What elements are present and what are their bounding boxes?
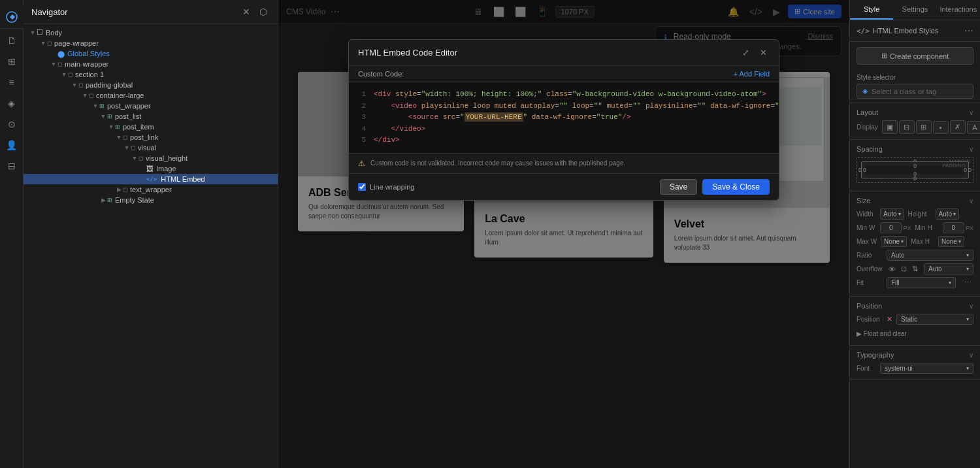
tree-toggle-post-wrapper[interactable]: ▼: [91, 103, 99, 109]
padding-left-val[interactable]: 0: [863, 167, 866, 173]
pages-icon[interactable]: 🗋: [3, 31, 21, 50]
tree-item-page-wrapper[interactable]: ▼ ◻ page-wrapper: [24, 38, 278, 48]
embed-styles-more-btn[interactable]: ⋯: [964, 25, 973, 36]
typography-header: Typography ∨: [857, 351, 973, 359]
max-w-caret: ▾: [901, 239, 904, 244]
tree-toggle-section1[interactable]: ▼: [60, 71, 68, 78]
padding-top-val[interactable]: 0: [913, 163, 917, 169]
font-dropdown[interactable]: system-ui ▾: [880, 363, 973, 374]
display-grid-btn[interactable]: ⊞: [916, 120, 932, 134]
display-block-btn[interactable]: ▣: [882, 120, 898, 134]
float-clear-btn[interactable]: ▶ Float and clear: [857, 327, 907, 340]
apps-icon[interactable]: ⊟: [3, 157, 21, 175]
tree-item-post-link[interactable]: ▼ ◻ post_link: [24, 132, 278, 142]
tree-toggle-page-wrapper[interactable]: ▼: [39, 40, 47, 46]
display-none-btn[interactable]: ✗: [950, 120, 966, 134]
tree-icon-global-styles: ⬤: [57, 50, 65, 58]
tree-toggle-text-wrapper[interactable]: ▶: [115, 186, 123, 193]
tree-toggle-visual-height[interactable]: ▼: [131, 155, 139, 161]
save-btn[interactable]: Save: [660, 179, 697, 195]
tree-item-visual[interactable]: ▼ ◻ visual: [24, 142, 278, 153]
ecommerce-icon[interactable]: ⊙: [3, 115, 21, 133]
modal-close-btn[interactable]: ✕: [757, 46, 770, 59]
size-section: Size ∨ Width Auto ▾ Height Auto ▾ Min W …: [850, 192, 980, 297]
users-icon[interactable]: 👤: [3, 136, 21, 154]
tree-toggle-body[interactable]: ▼: [29, 29, 37, 36]
overflow-scroll-btn[interactable]: ⇅: [910, 263, 920, 275]
max-h-dropdown[interactable]: None ▾: [938, 236, 964, 247]
overflow-dropdown[interactable]: Auto ▾: [924, 263, 973, 275]
tree-toggle-container-large[interactable]: ▼: [81, 92, 89, 99]
line-wrap-checkbox[interactable]: [358, 183, 366, 191]
min-h-val[interactable]: 0: [943, 222, 964, 233]
add-field-btn[interactable]: + Add Field: [734, 70, 770, 78]
padding-right-val[interactable]: 0: [964, 167, 967, 173]
navigator-close-btn[interactable]: ✕: [240, 5, 253, 18]
display-flex-btn[interactable]: ⊟: [899, 120, 915, 134]
tree-item-post-list[interactable]: ▼ ⊞ post_list: [24, 111, 278, 122]
tree-item-post-wrapper[interactable]: ▼ ⊞ post_wrapper: [24, 101, 278, 111]
tab-settings[interactable]: Settings: [893, 0, 936, 20]
modal-overlay: HTML Embed Code Editor ⤢ ✕ Custom Code: …: [278, 0, 849, 468]
fit-more-btn[interactable]: ⋯: [962, 277, 973, 288]
tree-item-html-embed[interactable]: ▶ </> HTML Embed: [24, 174, 278, 184]
display-inline-btn[interactable]: ▪: [933, 121, 949, 134]
save-close-btn[interactable]: Save & Close: [702, 179, 770, 195]
typography-title: Typography: [857, 351, 894, 359]
create-component-btn[interactable]: ⊞ Create component: [857, 47, 973, 65]
width-dropdown[interactable]: Auto ▾: [880, 209, 904, 220]
modal-expand-btn[interactable]: ⤢: [740, 46, 752, 59]
display-more1-btn[interactable]: A: [967, 121, 980, 134]
cms-icon[interactable]: ◈: [3, 94, 21, 112]
margin-bottom-val[interactable]: 0: [913, 175, 917, 182]
tree-item-body[interactable]: ▼ ☐ Body: [24, 27, 278, 38]
components-icon[interactable]: ⊞: [3, 52, 21, 71]
tab-style[interactable]: Style: [850, 0, 893, 20]
create-component-label: Create component: [890, 52, 949, 60]
tree-item-image[interactable]: ▶ 🖼 Image ↑: [24, 163, 278, 174]
tree-item-empty-state[interactable]: ▶ ⊞ Empty State: [24, 195, 278, 205]
tree-icon-padding-global: ◻: [78, 82, 83, 88]
app-logo[interactable]: [0, 5, 24, 29]
font-label: Font: [857, 365, 876, 372]
line-wrap-label[interactable]: Line wrapping: [358, 183, 415, 191]
tree-item-padding-global[interactable]: ▼ ◻ padding-global: [24, 80, 278, 90]
navigator-actions: ✕ ⬡: [240, 5, 270, 18]
tree-toggle-post-link[interactable]: ▼: [115, 134, 123, 141]
ratio-dropdown[interactable]: Auto ▾: [887, 250, 973, 261]
tree-toggle-empty-state[interactable]: ▶: [99, 197, 107, 203]
embed-styles-icon: </>: [857, 27, 870, 35]
tree-toggle-main-wrapper[interactable]: ▼: [50, 61, 57, 67]
tree-label-page-wrapper: page-wrapper: [54, 39, 99, 47]
overflow-visible-btn[interactable]: 👁: [887, 263, 898, 275]
tab-interactions[interactable]: Interactions: [937, 0, 980, 20]
margin-box: MARGIN 0 0 0 PADDING 0 0 0 0 0: [857, 157, 973, 183]
height-dropdown[interactable]: Auto ▾: [936, 209, 960, 220]
tree-item-global-styles[interactable]: ▶ ⬤ Global Styles: [24, 48, 278, 59]
tree-icon-container-large: ◻: [89, 92, 93, 99]
tree-item-section1[interactable]: ▼ ◻ section 1: [24, 69, 278, 80]
tree-icon-page-wrapper: ◻: [47, 40, 52, 46]
modal-warning: ⚠ Custom code is not validated. Incorrec…: [349, 153, 779, 173]
min-w-val[interactable]: 0: [880, 222, 902, 233]
code-editor[interactable]: 1 <div style="width: 100%; height: 100%;…: [349, 82, 779, 153]
tree-toggle-visual[interactable]: ▼: [123, 144, 131, 151]
tree-item-container-large[interactable]: ▼ ◻ container-large: [24, 90, 278, 101]
style-selector-input[interactable]: ◈ Select a class or tag: [857, 84, 973, 99]
max-w-dropdown[interactable]: None ▾: [881, 236, 907, 247]
tree-item-main-wrapper[interactable]: ▼ ◻ main-wrapper: [24, 59, 278, 69]
assets-icon[interactable]: ≡: [3, 73, 21, 92]
fit-dropdown[interactable]: Fill ▾: [887, 277, 956, 288]
tree-item-text-wrapper[interactable]: ▶ ◻ text_wrapper: [24, 184, 278, 195]
tree-item-visual-height[interactable]: ▼ ◻ visual_height: [24, 153, 278, 163]
code-line-2: 2 <video playsinline loop muted autoplay…: [355, 101, 772, 112]
tree-toggle-padding-global[interactable]: ▼: [71, 82, 78, 88]
position-x-btn[interactable]: ✕: [887, 315, 892, 324]
overflow-hidden-btn[interactable]: ⊡: [899, 263, 909, 275]
navigator-expand-btn[interactable]: ⬡: [257, 5, 270, 18]
tree-label-section1: section 1: [75, 71, 104, 78]
tree-toggle-post-list[interactable]: ▼: [99, 113, 107, 120]
tree-item-post-item[interactable]: ▼ ⊞ post_item: [24, 122, 278, 132]
tree-toggle-post-item[interactable]: ▼: [107, 124, 115, 130]
position-dropdown[interactable]: Static ▾: [896, 314, 973, 325]
